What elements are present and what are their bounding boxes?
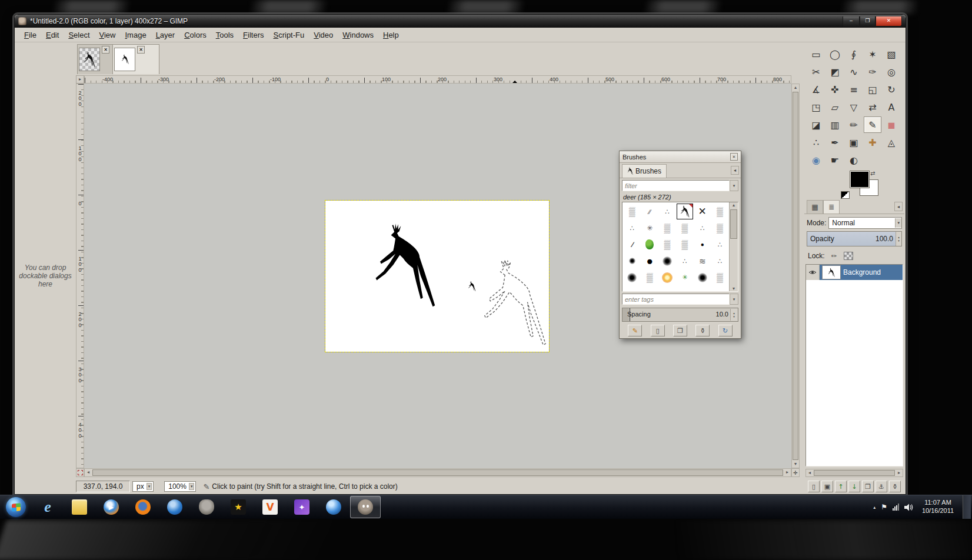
- brush-green-pepper[interactable]: [641, 236, 658, 252]
- brush-coarse-noise[interactable]: ▒: [659, 220, 676, 236]
- tool-perspective[interactable]: ▽: [845, 99, 863, 115]
- brushes-tab[interactable]: Brushes: [622, 164, 667, 178]
- scroll-left-icon[interactable]: ◂: [806, 469, 813, 476]
- taskbar-firefox-button[interactable]: [128, 496, 158, 518]
- duplicate-brush-button[interactable]: ❐: [673, 325, 687, 336]
- menu-layer[interactable]: Layer: [151, 29, 180, 41]
- menu-windows[interactable]: Windows: [338, 29, 378, 41]
- brush-texture-patch[interactable]: ▒: [677, 236, 694, 252]
- foreground-color-swatch[interactable]: [850, 171, 869, 188]
- tool-ellipse-select[interactable]: ◯: [826, 46, 844, 62]
- raise-layer-button[interactable]: ↑: [835, 481, 847, 492]
- tool-paths[interactable]: ∿: [845, 64, 863, 80]
- visibility-eye-icon[interactable]: [806, 265, 820, 280]
- brush-green-confetti[interactable]: ✳: [677, 269, 694, 285]
- ruler-origin-button[interactable]: ▸: [76, 75, 84, 84]
- lock-alpha-toggle[interactable]: [844, 252, 853, 260]
- brush-ink-blot[interactable]: ▒: [659, 236, 676, 252]
- tool-scale[interactable]: ◳: [807, 99, 825, 115]
- tool-airbrush[interactable]: ∴: [807, 134, 825, 151]
- taskbar-foxit-button[interactable]: V: [255, 496, 285, 518]
- taskbar-thunderbird-button[interactable]: [159, 496, 190, 518]
- tool-pencil[interactable]: ✏: [845, 116, 863, 133]
- spacing-slider[interactable]: Spacing 10.0 ▴▾: [622, 308, 738, 322]
- tool-measure[interactable]: ∡: [807, 81, 825, 98]
- window-titlebar[interactable]: *Untitled-2.0 (RGB color, 1 layer) 400x2…: [15, 15, 906, 28]
- taskbar-start-button[interactable]: [1, 496, 31, 518]
- quick-mask-toggle[interactable]: [76, 468, 84, 477]
- brush-grass-tuft[interactable]: ▒: [711, 204, 728, 219]
- taskbar-internet-explorer-button[interactable]: e: [32, 496, 63, 518]
- dock-tab-tool-options[interactable]: ▦: [807, 200, 823, 214]
- tool-color-picker[interactable]: ✑: [864, 64, 881, 80]
- menu-view[interactable]: View: [95, 29, 121, 41]
- horizontal-scrollbar[interactable]: ◂ ▸: [84, 468, 791, 477]
- vertical-ruler[interactable]: 2 0 01 0 001 0 02 0 03 0 04 0 0: [76, 84, 84, 468]
- brush-haze[interactable]: [694, 269, 711, 285]
- brush-line-sketch[interactable]: ≋: [694, 253, 711, 269]
- tool-flip[interactable]: ⇄: [864, 99, 881, 115]
- tool-bucket-fill[interactable]: ◪: [807, 116, 825, 133]
- default-colors-icon[interactable]: [841, 191, 850, 199]
- horizontal-ruler[interactable]: -400-300-200-100010020030040050060070080…: [84, 75, 791, 84]
- taskbar-gimp-button[interactable]: [350, 496, 381, 518]
- tool-ink[interactable]: ✒: [826, 134, 844, 151]
- scroll-down-icon[interactable]: ▾: [792, 461, 799, 468]
- dock-tab-menu-icon[interactable]: ◂: [894, 202, 903, 211]
- brush-tags-input[interactable]: [622, 294, 730, 305]
- new-brush-button[interactable]: ▯: [651, 325, 665, 336]
- zoom-select[interactable]: 100% ▾: [164, 481, 196, 492]
- brush-speckle-blob[interactable]: ▒: [624, 204, 641, 219]
- tool-fuzzy-select[interactable]: ✶: [864, 46, 881, 62]
- vertical-scrollbar[interactable]: ▴ ▾: [791, 84, 800, 468]
- spacing-spinner[interactable]: ▴▾: [730, 309, 737, 321]
- tool-zoom[interactable]: ◎: [883, 64, 900, 80]
- tool-shear[interactable]: ▱: [826, 99, 844, 115]
- brush-stipple[interactable]: ∴: [677, 253, 694, 269]
- new-group-button[interactable]: ▣: [821, 481, 833, 492]
- maximize-button[interactable]: ❐: [860, 16, 876, 26]
- tool-text[interactable]: A: [883, 99, 900, 115]
- tool-eraser[interactable]: ◼: [883, 116, 900, 133]
- brush-fuzzy-patch[interactable]: [659, 253, 676, 269]
- volume-icon[interactable]: [904, 504, 913, 511]
- refresh-brushes-button[interactable]: ↻: [718, 325, 733, 336]
- scroll-up-icon[interactable]: ▴: [730, 202, 738, 208]
- brush-vine[interactable]: ▒: [711, 220, 728, 236]
- unit-select[interactable]: px ▾: [132, 481, 154, 492]
- menu-filters[interactable]: Filters: [238, 29, 268, 41]
- menu-select[interactable]: Select: [64, 29, 94, 41]
- brush-deer[interactable]: [677, 204, 694, 219]
- delete-layer-button[interactable]: ⚱: [889, 481, 901, 492]
- tool-paintbrush[interactable]: ✎: [864, 116, 881, 133]
- tab-close-icon[interactable]: ✕: [137, 46, 145, 54]
- menu-image[interactable]: Image: [120, 29, 151, 41]
- swap-colors-icon[interactable]: ⇄: [870, 170, 875, 176]
- tool-select-by-color[interactable]: ▧: [883, 46, 900, 62]
- menu-help[interactable]: Help: [378, 29, 404, 41]
- scroll-down-icon[interactable]: ▾: [730, 286, 738, 291]
- brush-fine-dots[interactable]: ∴: [659, 204, 676, 219]
- layers-list[interactable]: Background: [805, 264, 903, 466]
- brush-dot-trail[interactable]: ∴: [711, 236, 728, 252]
- scroll-right-icon[interactable]: ▸: [896, 469, 903, 476]
- brush-scroll-thumb[interactable]: [730, 209, 737, 239]
- menu-edit[interactable]: Edit: [41, 29, 64, 41]
- dock-tab-layers[interactable]: ≣: [823, 200, 840, 214]
- horizontal-scroll-thumb[interactable]: [92, 469, 783, 476]
- tool-rotate[interactable]: ↻: [883, 81, 900, 98]
- lock-pixels-toggle[interactable]: ✏: [828, 251, 840, 261]
- network-icon[interactable]: [893, 504, 899, 511]
- taskbar-windows-explorer-button[interactable]: [64, 496, 95, 518]
- tool-gradient[interactable]: ▥: [826, 116, 844, 133]
- tab-menu-icon[interactable]: ◂: [731, 166, 739, 175]
- taskbar-gimp-pinned-button[interactable]: [191, 496, 222, 518]
- tab-close-icon[interactable]: ✕: [102, 46, 109, 54]
- tool-blur-sharpen[interactable]: ◉: [807, 152, 825, 168]
- dialog-close-icon[interactable]: ✕: [730, 153, 738, 161]
- mode-select[interactable]: Normal ▾: [828, 217, 902, 229]
- menu-tools[interactable]: Tools: [211, 29, 238, 41]
- brush-smudge-spot[interactable]: ▒: [711, 269, 728, 285]
- anchor-layer-button[interactable]: ⚓: [876, 481, 887, 492]
- menu-script-fu[interactable]: Script-Fu: [269, 29, 309, 41]
